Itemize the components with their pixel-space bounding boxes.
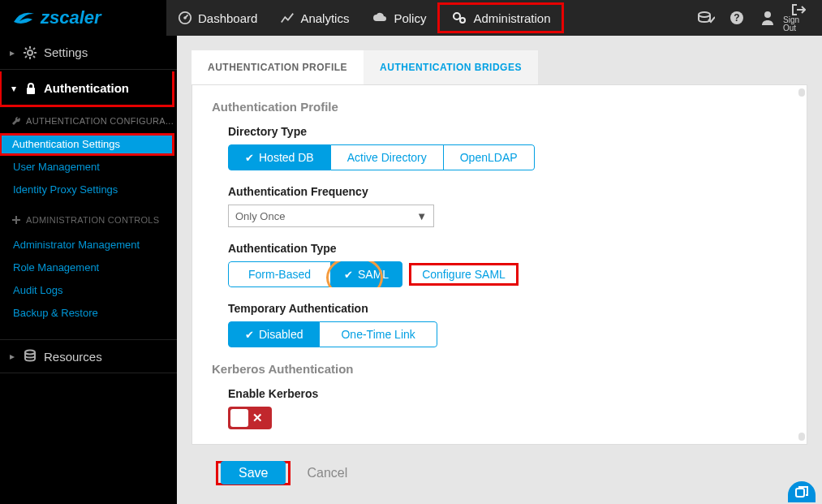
svg-point-1 [183, 16, 187, 19]
sidebar-admin-controls-head: ADMINISTRATION CONTROLS [0, 206, 177, 234]
auth-type-saml[interactable]: ✔SAML [331, 261, 402, 287]
temp-auth-onetime[interactable]: One-Time Link [320, 321, 437, 347]
user-mgmt-label: User Management [13, 161, 100, 173]
auth-type-block: Authentication Type Form-Based ✔SAML Con… [212, 242, 787, 287]
active-directory-label: Active Directory [347, 151, 427, 164]
nav-administration-label: Administration [473, 11, 550, 25]
floating-action-icon[interactable] [788, 481, 816, 502]
directory-type-block: Directory Type ✔Hosted DB Active Directo… [212, 125, 787, 170]
sidebar-item-identity-proxy[interactable]: Identity Proxy Settings [0, 179, 177, 201]
sidebar-resources[interactable]: ▸ Resources [0, 339, 177, 373]
nav-administration[interactable]: Administration [437, 2, 564, 33]
auth-type-label: Authentication Type [228, 242, 787, 255]
help-icon[interactable]: ? [721, 0, 752, 36]
nav-policy[interactable]: Policy [360, 0, 437, 36]
dir-option-active-directory[interactable]: Active Directory [331, 144, 444, 170]
openldap-label: OpenLDAP [460, 151, 518, 164]
auth-config-head-label: AUTHENTICATION CONFIGURA... [26, 116, 174, 126]
footer-actions: Save Cancel [192, 453, 807, 493]
nav-dashboard[interactable]: Dashboard [166, 0, 269, 36]
svg-point-4 [699, 12, 710, 17]
saml-label: SAML [358, 268, 389, 281]
chevron-right-icon: ▸ [10, 47, 21, 58]
content-tabs: AUTHENTICATION PROFILE AUTHENTICATION BR… [192, 50, 807, 84]
administration-gears-icon [451, 11, 467, 25]
analytics-icon [280, 11, 295, 25]
section-auth-profile-title: Authentication Profile [212, 100, 787, 114]
svg-line-14 [33, 56, 35, 58]
tab-auth-profile-label: AUTHENTICATION PROFILE [208, 62, 347, 73]
kerberos-toggle[interactable]: ✕ [228, 407, 272, 429]
configure-saml-highlight: Configure SAML [409, 263, 519, 286]
controls-icon [11, 215, 21, 225]
kerberos-block: Enable Kerberos ✕ [212, 387, 787, 429]
nav-analytics[interactable]: Analytics [269, 0, 360, 36]
tab-auth-profile[interactable]: AUTHENTICATION PROFILE [192, 50, 364, 84]
auth-settings-label: Authentication Settings [12, 138, 120, 150]
nav-dashboard-label: Dashboard [198, 11, 257, 25]
check-icon: ✔ [344, 269, 353, 281]
audit-logs-label: Audit Logs [13, 284, 62, 296]
temp-auth-disabled[interactable]: ✔Disabled [228, 321, 320, 347]
svg-text:?: ? [734, 12, 739, 24]
nav-analytics-label: Analytics [300, 11, 349, 25]
configure-saml-link[interactable]: Configure SAML [414, 263, 514, 286]
sidebar-item-audit-logs[interactable]: Audit Logs [0, 279, 177, 302]
directory-type-group: ✔Hosted DB Active Directory OpenLDAP [228, 144, 535, 170]
sidebar-item-role-mgmt[interactable]: Role Management [0, 256, 177, 279]
sidebar-auth-label: Authentication [44, 81, 129, 95]
dashboard-icon [178, 11, 192, 25]
auth-frequency-select[interactable]: Only Once ▼ [228, 205, 434, 227]
form-based-label: Form-Based [248, 268, 311, 281]
dir-option-hosted-db[interactable]: ✔Hosted DB [228, 144, 331, 170]
wrench-icon [11, 116, 21, 126]
brand-text: zscaler [41, 7, 101, 28]
auth-type-group: Form-Based ✔SAML [228, 261, 402, 287]
auth-type-form-based[interactable]: Form-Based [228, 261, 331, 287]
svg-line-13 [25, 48, 27, 50]
main-nav: Dashboard Analytics Policy Administratio… [166, 0, 564, 36]
admin-controls-head-label: ADMINISTRATION CONTROLS [26, 215, 159, 225]
sidebar-item-auth-settings[interactable]: Authentication Settings [0, 133, 174, 156]
identity-proxy-label: Identity Proxy Settings [13, 183, 118, 196]
tab-auth-bridges[interactable]: AUTHENTICATION BRIDGES [364, 50, 538, 84]
kerberos-label: Enable Kerberos [228, 387, 787, 400]
svg-line-15 [33, 48, 35, 50]
sidebar-authentication[interactable]: ▾ Authentication [0, 71, 174, 107]
sidebar-item-admin-mgmt[interactable]: Administrator Management [0, 234, 177, 256]
check-icon: ✔ [245, 329, 254, 341]
temp-auth-block: Temporary Authentication ✔Disabled One-T… [212, 302, 787, 347]
temp-disabled-label: Disabled [259, 328, 303, 341]
sidebar: ▸ Settings ▾ Authentication AUTHENTICATI… [0, 36, 177, 504]
signout-label: Sign Out [783, 16, 814, 32]
sidebar-settings[interactable]: ▸ Settings [0, 36, 177, 70]
svg-rect-19 [15, 216, 17, 224]
svg-point-3 [460, 18, 465, 23]
save-button[interactable]: Save [221, 461, 286, 485]
sidebar-item-user-mgmt[interactable]: User Management [0, 156, 177, 179]
sidebar-settings-label: Settings [44, 45, 88, 59]
auth-frequency-label: Authentication Frequency [228, 185, 787, 198]
nav-policy-label: Policy [394, 11, 426, 25]
chevron-down-icon: ▾ [11, 83, 23, 94]
hosted-db-label: Hosted DB [259, 151, 314, 164]
content-area: AUTHENTICATION PROFILE AUTHENTICATION BR… [177, 36, 822, 504]
cancel-button[interactable]: Cancel [307, 466, 347, 480]
onetime-link-label: One-Time Link [341, 328, 415, 341]
scrollbar-bottom[interactable] [797, 85, 805, 444]
temp-auth-group: ✔Disabled One-Time Link [228, 321, 437, 347]
user-icon[interactable] [752, 0, 783, 36]
backup-restore-label: Backup & Restore [13, 307, 98, 319]
gear-icon [23, 45, 37, 60]
chevron-right-icon: ▸ [10, 351, 21, 362]
lock-icon [24, 82, 37, 95]
svg-point-20 [25, 351, 35, 355]
activation-icon[interactable] [691, 0, 721, 36]
signout-button[interactable]: Sign Out [783, 0, 814, 36]
auth-frequency-value: Only Once [235, 210, 285, 222]
admin-mgmt-label: Administrator Management [13, 239, 140, 251]
toggle-off-x-icon: ✕ [252, 411, 263, 425]
dir-option-openldap[interactable]: OpenLDAP [444, 144, 535, 170]
top-right-icons: ? Sign Out [691, 0, 822, 36]
sidebar-item-backup-restore[interactable]: Backup & Restore [0, 302, 177, 325]
